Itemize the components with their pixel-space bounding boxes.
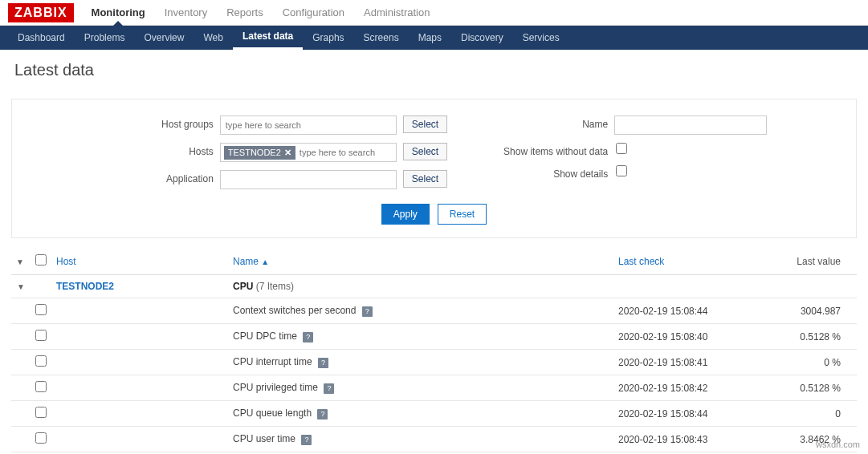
sub-nav-services[interactable]: Services: [513, 26, 569, 50]
item-lastcheck: 2020-02-19 15:08:43: [613, 427, 758, 452]
page-title: Latest data: [11, 50, 857, 91]
application-search[interactable]: [224, 173, 393, 186]
reset-button[interactable]: Reset: [438, 204, 487, 225]
top-menu-configuration[interactable]: Configuration: [273, 0, 354, 25]
label-hosts: Hosts: [101, 143, 214, 157]
item-row: CPU user time ?2020-02-19 15:08:433.8462…: [11, 427, 857, 452]
col-header-name[interactable]: Name ▲: [228, 248, 613, 275]
item-lastcheck: 2020-02-19 15:08:41: [613, 350, 758, 375]
label-show-details: Show details: [495, 165, 608, 180]
col-header-host[interactable]: Host: [51, 248, 228, 275]
select-all-checkbox[interactable]: [35, 254, 47, 266]
sub-nav-web[interactable]: Web: [194, 26, 232, 50]
item-lastvalue: 3004.987: [758, 298, 857, 324]
item-name: Context switches per second: [233, 305, 356, 316]
item-row: CPU queue length ?2020-02-19 15:08:440: [11, 401, 857, 427]
sub-nav-screens[interactable]: Screens: [354, 26, 409, 50]
sub-nav: DashboardProblemsOverviewWebLatest dataG…: [0, 26, 868, 50]
item-lastcheck: 2020-02-19 15:08:40: [613, 324, 758, 350]
top-menu-administration[interactable]: Administration: [354, 0, 439, 25]
item-lastvalue: 0: [758, 401, 857, 427]
host-groups-select-button[interactable]: Select: [403, 116, 447, 133]
info-icon[interactable]: ?: [362, 306, 373, 317]
application-select-button[interactable]: Select: [403, 170, 447, 188]
row-checkbox[interactable]: [35, 304, 47, 315]
item-lastcheck: 2020-02-19 15:08:44: [613, 298, 758, 324]
item-name: CPU privileged time: [233, 382, 318, 393]
item-row: CPU privileged time ?2020-02-19 15:08:42…: [11, 375, 857, 401]
host-link[interactable]: TESTNODE2: [56, 281, 114, 292]
sort-asc-icon: ▲: [261, 257, 269, 266]
sub-nav-graphs[interactable]: Graphs: [303, 26, 353, 50]
info-icon[interactable]: ?: [301, 435, 312, 445]
hosts-input[interactable]: TESTNODE2 ✕: [220, 143, 397, 162]
info-icon[interactable]: ?: [303, 332, 313, 343]
label-application: Application: [101, 170, 214, 184]
expand-all-icon[interactable]: ▼: [16, 257, 24, 266]
top-bar: ZABBIX MonitoringInventoryReportsConfigu…: [0, 0, 868, 26]
item-lastvalue: 0.5128 %: [758, 375, 857, 401]
item-name: CPU user time: [233, 433, 295, 444]
latest-data-table: ▼ Host Name ▲ Last check Last value ▼TES…: [11, 248, 857, 454]
show-details-checkbox[interactable]: [616, 165, 627, 176]
host-groups-search[interactable]: [224, 119, 393, 132]
sub-nav-latest-data[interactable]: Latest data: [233, 26, 303, 50]
col-header-lastvalue: Last value: [758, 248, 857, 275]
item-row: Context switches per second ?2020-02-19 …: [11, 298, 857, 324]
filter-panel: Host groups Select Hosts TESTNODE2 ✕ Sel…: [11, 99, 857, 238]
item-lastcheck: 2020-02-19 15:08:44: [613, 401, 758, 427]
group-count: (7 Items): [256, 281, 294, 292]
sub-nav-problems[interactable]: Problems: [75, 26, 135, 50]
watermark: wsxdn.com: [816, 440, 860, 449]
label-show-without-data: Show items without data: [495, 143, 608, 157]
item-row: CPU DPC time ?2020-02-19 15:08:400.5128 …: [11, 324, 857, 350]
item-lastvalue: 0 %: [758, 350, 857, 375]
apply-button[interactable]: Apply: [381, 204, 430, 225]
info-icon[interactable]: ?: [317, 409, 328, 420]
label-host-groups: Host groups: [101, 116, 214, 130]
host-tag[interactable]: TESTNODE2 ✕: [224, 146, 295, 160]
name-input[interactable]: [614, 116, 767, 135]
item-name: CPU queue length: [233, 407, 312, 419]
group-name: CPU: [233, 281, 253, 292]
item-lastcheck: 2020-02-19 15:08:42: [613, 375, 758, 401]
info-icon[interactable]: ?: [318, 358, 328, 368]
sub-nav-discovery[interactable]: Discovery: [451, 26, 513, 50]
hosts-select-button[interactable]: Select: [403, 143, 447, 160]
item-name: CPU interrupt time: [233, 356, 312, 367]
item-lastvalue: 0.5128 %: [758, 324, 857, 350]
sub-nav-dashboard[interactable]: Dashboard: [8, 26, 75, 50]
row-checkbox[interactable]: [35, 432, 47, 444]
item-name: CPU DPC time: [233, 330, 297, 342]
show-without-data-checkbox[interactable]: [616, 143, 627, 154]
label-name: Name: [495, 116, 608, 130]
top-menu-monitoring[interactable]: Monitoring: [82, 0, 155, 25]
group-row: ▼TESTNODE2CPU (7 Items): [11, 275, 857, 298]
logo: ZABBIX: [8, 3, 74, 22]
host-groups-input[interactable]: [220, 116, 397, 135]
info-icon[interactable]: ?: [324, 383, 334, 394]
top-menu-inventory[interactable]: Inventory: [155, 0, 217, 25]
group-collapse-icon[interactable]: ▼: [17, 282, 25, 291]
sub-nav-overview[interactable]: Overview: [134, 26, 194, 50]
hosts-search[interactable]: [298, 146, 393, 159]
col-header-lastcheck[interactable]: Last check: [613, 248, 758, 275]
row-checkbox[interactable]: [35, 330, 47, 341]
sub-nav-maps[interactable]: Maps: [409, 26, 451, 50]
remove-tag-icon[interactable]: ✕: [284, 148, 291, 158]
item-row: CPU interrupt time ?2020-02-19 15:08:410…: [11, 350, 857, 375]
row-checkbox[interactable]: [35, 355, 47, 367]
top-menu-reports[interactable]: Reports: [217, 0, 273, 25]
row-checkbox[interactable]: [35, 381, 47, 392]
top-menu: MonitoringInventoryReportsConfigurationA…: [82, 0, 440, 25]
application-input[interactable]: [220, 170, 397, 189]
row-checkbox[interactable]: [35, 407, 47, 418]
